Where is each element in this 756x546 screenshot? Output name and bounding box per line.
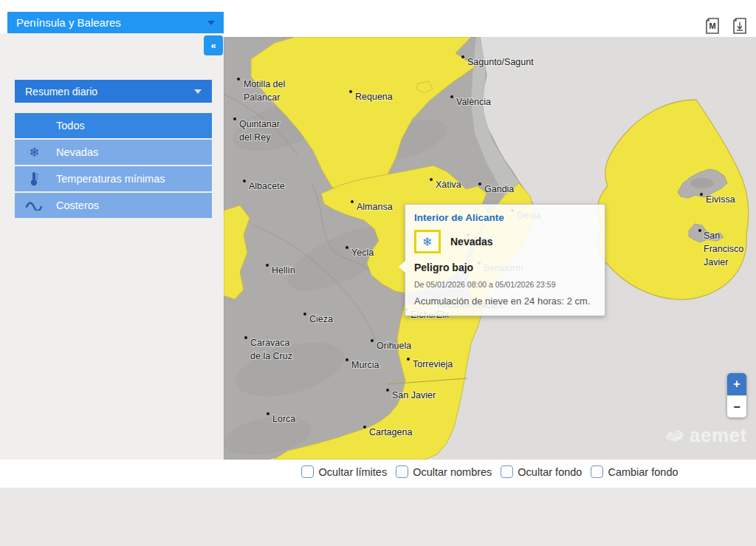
checkbox[interactable] <box>591 465 603 478</box>
city-label: Sagunto/Sagunt <box>467 57 534 67</box>
tooltip-period: De 05/01/2026 08:00 a 05/01/2026 23:59 <box>414 280 596 289</box>
city-dot <box>450 95 453 98</box>
city-dot <box>266 264 269 267</box>
download-icon[interactable] <box>731 16 749 35</box>
city-label: Cartagena <box>369 427 412 437</box>
map-options: Ocultar límitesOcultar nombresOcultar fo… <box>224 465 756 478</box>
city-dot <box>349 90 352 93</box>
summary-selector[interactable]: Resumen diario <box>15 80 212 103</box>
city-dot <box>700 193 703 196</box>
city-label: Quintanar <box>239 119 280 129</box>
option-ocultar-fondo[interactable]: Ocultar fondo <box>501 465 582 478</box>
city-dot <box>698 229 701 232</box>
m-document-icon[interactable]: M <box>704 16 721 35</box>
city-label: Eivissa <box>706 194 735 205</box>
warning-tooltip: Interior de Alicante ❄ Nevadas Peligro b… <box>405 204 605 316</box>
city-dot <box>407 358 410 361</box>
city-label: Albacete <box>249 181 285 191</box>
zoom-control: + − <box>727 373 746 417</box>
checkbox[interactable] <box>501 465 513 478</box>
summary-selector-label: Resumen diario <box>25 86 97 98</box>
filter-list: Todos❄NevadasTemperaturas mínimasCostero… <box>15 113 212 219</box>
city-label: Cieza <box>309 314 333 324</box>
city-label: Javier <box>704 257 728 267</box>
city-dot <box>346 358 348 361</box>
filter-item-costeros[interactable]: Costeros <box>15 193 212 218</box>
filter-item-nevadas[interactable]: ❄Nevadas <box>15 140 212 165</box>
aemet-logo-icon <box>664 427 686 445</box>
checkbox-label: Ocultar fondo <box>518 466 582 478</box>
city-label: Hellín <box>272 265 295 276</box>
city-label: del Rey <box>239 132 271 143</box>
city-label: Motilla del <box>244 79 285 89</box>
warning-level-box: ❄ <box>414 230 441 253</box>
svg-text:M: M <box>709 21 715 30</box>
city-dot <box>478 182 481 185</box>
city-dot <box>430 178 433 181</box>
checkbox-label: Cambiar fondo <box>608 466 678 478</box>
snowflake-icon: ❄ <box>15 140 53 165</box>
city-dot <box>243 180 246 182</box>
region-selector-label: Península y Baleares <box>16 16 121 29</box>
option-ocultar-límites[interactable]: Ocultar límites <box>301 465 387 478</box>
city-dot <box>233 117 236 120</box>
city-dot <box>244 336 247 339</box>
aemet-watermark: aemet <box>664 424 747 447</box>
checkbox[interactable] <box>301 465 314 478</box>
filter-label: Costeros <box>56 199 99 211</box>
chevron-down-icon <box>194 89 202 94</box>
filter-label: Temperaturas mínimas <box>56 173 165 185</box>
city-label: Murcia <box>351 360 379 370</box>
region-selector[interactable]: Península y Baleares <box>7 12 224 33</box>
city-dot <box>351 200 354 203</box>
filter-item-temperaturas-mínimas[interactable]: Temperaturas mínimas <box>15 166 212 191</box>
city-label: Lorca <box>272 414 295 424</box>
filter-item-todos[interactable]: Todos <box>15 113 212 138</box>
option-ocultar-nombres[interactable]: Ocultar nombres <box>396 465 492 478</box>
city-label: València <box>456 97 491 107</box>
city-dot <box>267 412 269 415</box>
city-dot <box>346 246 348 249</box>
city-dot <box>386 389 389 392</box>
watermark-text: aemet <box>690 424 747 447</box>
snowflake-icon: ❄ <box>422 235 432 249</box>
option-cambiar-fondo[interactable]: Cambiar fondo <box>591 465 678 478</box>
city-label: de la Cruz <box>250 351 292 361</box>
city-label: Torrevieja <box>413 359 453 369</box>
map-options-bar: Ocultar límitesOcultar nombresOcultar fo… <box>0 460 756 488</box>
city-label: Caravaca <box>250 338 290 348</box>
tooltip-detail: Acumulación de nieve en 24 horas: 2 cm. <box>414 296 596 307</box>
checkbox-label: Ocultar nombres <box>413 466 492 478</box>
filter-label: Todos <box>56 120 85 132</box>
zoom-out-button[interactable]: − <box>727 395 746 417</box>
city-dot <box>371 339 374 342</box>
tooltip-arrow <box>399 261 405 273</box>
aemet-warnings-app: M Península y Baleares « Resumen diario … <box>0 0 756 546</box>
zoom-in-button[interactable]: + <box>727 373 746 395</box>
city-label: Orihuela <box>377 341 411 351</box>
filter-label: Nevadas <box>56 146 98 158</box>
player-bar: 1x < domingo 400-24hlunes 500-24hmartes … <box>0 488 756 546</box>
collapse-sidebar-button[interactable]: « <box>204 35 223 55</box>
city-dot <box>363 426 366 429</box>
city-label: Gandia <box>484 184 514 194</box>
city-label: Xàtiva <box>436 180 461 190</box>
map-toolbar: M <box>704 16 749 35</box>
checkbox[interactable] <box>396 465 408 478</box>
city-label: Requena <box>355 92 393 102</box>
warning-map[interactable]: Motilla delPalancarQuintanardel ReyReque… <box>224 37 756 460</box>
city-label: San <box>704 231 720 241</box>
city-label: Palancar <box>244 92 280 103</box>
tooltip-severity: Peligro bajo <box>414 262 596 273</box>
city-label: San Javier <box>392 390 436 400</box>
thermometer-icon <box>15 166 53 191</box>
city-label: Francisco <box>704 244 743 254</box>
checkbox-label: Ocultar límites <box>318 466 387 478</box>
city-label: Almansa <box>357 202 393 212</box>
city-label: Yecla <box>351 248 374 258</box>
tooltip-warning-type: Nevadas <box>450 236 493 248</box>
city-dot <box>303 313 306 315</box>
city-dot <box>237 78 240 81</box>
city-dot <box>461 55 464 58</box>
waves-icon <box>15 193 53 218</box>
